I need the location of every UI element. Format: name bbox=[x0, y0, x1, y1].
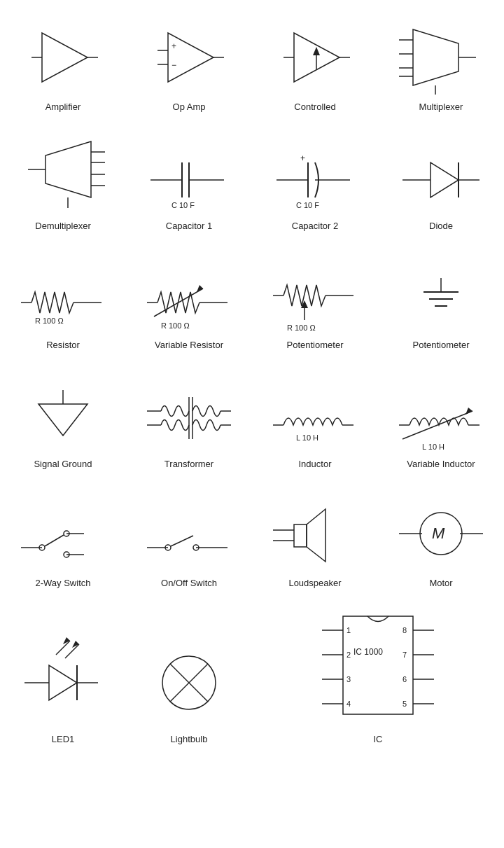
amplifier-label: Amplifier bbox=[46, 102, 81, 113]
svg-text:+: + bbox=[300, 153, 305, 163]
svg-text:L 10 H: L 10 H bbox=[296, 433, 318, 442]
svg-marker-90 bbox=[307, 509, 326, 562]
cell-signal-ground: Signal Ground bbox=[0, 357, 126, 476]
variable-resistor-label: Variable Resistor bbox=[155, 340, 223, 352]
ic-label: IC bbox=[374, 734, 383, 746]
svg-text:−: − bbox=[172, 60, 176, 70]
cell-controlled: Controlled bbox=[252, 0, 378, 119]
cell-resistor: R 100 Ω Resistor bbox=[0, 238, 126, 357]
cell-switch-onoff: On/Off Switch bbox=[126, 476, 252, 595]
switch-onoff-label: On/Off Switch bbox=[161, 578, 217, 590]
switch-2way-label: 2-Way Switch bbox=[36, 578, 91, 590]
resistor-label: Resistor bbox=[46, 340, 80, 352]
svg-marker-14 bbox=[413, 29, 458, 85]
svg-marker-102 bbox=[63, 637, 70, 644]
cell-amplifier: Amplifier bbox=[0, 0, 126, 119]
diode-label: Diode bbox=[429, 221, 453, 232]
cell-loudspeaker: Loudspeaker bbox=[252, 476, 378, 595]
svg-marker-5 bbox=[168, 33, 214, 82]
inductor-label: Inductor bbox=[299, 459, 332, 471]
cell-capacitor2: + C 10 F Capacitor 2 bbox=[252, 119, 378, 238]
cell-diode: Diode bbox=[378, 119, 504, 238]
cell-lightbulb: Lightbulb bbox=[126, 595, 252, 751]
svg-text:C 10 F: C 10 F bbox=[172, 201, 195, 209]
controlled-label: Controlled bbox=[294, 102, 335, 113]
svg-marker-13 bbox=[313, 47, 320, 55]
svg-marker-39 bbox=[430, 162, 458, 197]
svg-text:4: 4 bbox=[346, 700, 351, 708]
transformer-label: Transformer bbox=[164, 459, 214, 471]
cell-switch-2way: 2-Way Switch bbox=[0, 476, 126, 595]
lightbulb-label: Lightbulb bbox=[171, 734, 208, 746]
svg-line-99 bbox=[65, 644, 79, 658]
cell-transformer: Transformer bbox=[126, 357, 252, 476]
svg-text:R 100 Ω: R 100 Ω bbox=[161, 321, 190, 330]
svg-line-81 bbox=[45, 535, 64, 546]
potentiometer2-label: Potentiometer bbox=[413, 340, 470, 352]
signal-ground-label: Signal Ground bbox=[34, 459, 92, 471]
svg-text:5: 5 bbox=[402, 700, 407, 708]
demultiplexer-label: Demultiplexer bbox=[35, 221, 90, 232]
cell-inductor: L 10 H Inductor bbox=[252, 357, 378, 476]
cell-demultiplexer: Demultiplexer bbox=[0, 119, 126, 238]
capacitor1-label: Capacitor 1 bbox=[166, 221, 212, 232]
svg-text:C 10 F: C 10 F bbox=[296, 201, 319, 209]
svg-line-72 bbox=[402, 411, 472, 439]
variable-inductor-label: Variable Inductor bbox=[407, 459, 475, 471]
svg-text:L 10 H: L 10 H bbox=[422, 443, 444, 451]
svg-marker-48 bbox=[197, 285, 203, 292]
cell-potentiometer: R 100 Ω Potentiometer bbox=[252, 238, 378, 357]
svg-marker-21 bbox=[46, 141, 91, 197]
svg-text:7: 7 bbox=[402, 651, 407, 659]
cell-capacitor1: C 10 F Capacitor 1 bbox=[126, 119, 252, 238]
led1-label: LED1 bbox=[52, 734, 75, 746]
svg-text:+: + bbox=[172, 41, 176, 51]
cell-variable-inductor: L 10 H Variable Inductor bbox=[378, 357, 504, 476]
svg-marker-60 bbox=[38, 404, 88, 436]
svg-text:IC 1000: IC 1000 bbox=[354, 647, 383, 657]
motor-label: Motor bbox=[429, 578, 452, 590]
loudspeaker-label: Loudspeaker bbox=[288, 578, 341, 590]
svg-text:M: M bbox=[432, 524, 445, 542]
cell-potentiometer2: Potentiometer bbox=[378, 238, 504, 357]
svg-text:R 100 Ω: R 100 Ω bbox=[287, 324, 316, 332]
svg-text:8: 8 bbox=[402, 626, 407, 634]
svg-text:R 100 Ω: R 100 Ω bbox=[35, 317, 64, 325]
svg-marker-100 bbox=[72, 641, 79, 648]
svg-text:3: 3 bbox=[346, 675, 351, 683]
cell-ic: IC 1000 1 2 3 4 8 7 6 5 IC bbox=[252, 595, 504, 751]
capacitor2-label: Capacitor 2 bbox=[292, 221, 338, 232]
cell-motor: M Motor bbox=[378, 476, 504, 595]
svg-text:1: 1 bbox=[346, 626, 351, 634]
cell-variable-resistor: R 100 Ω Variable Resistor bbox=[126, 238, 252, 357]
cell-led1: LED1 bbox=[0, 595, 126, 751]
cell-multiplexer: Multiplexer bbox=[378, 0, 504, 119]
svg-rect-89 bbox=[294, 524, 307, 547]
svg-text:2: 2 bbox=[346, 651, 351, 659]
svg-marker-1 bbox=[42, 33, 88, 82]
svg-marker-73 bbox=[465, 408, 472, 415]
svg-marker-96 bbox=[49, 665, 77, 700]
potentiometer-label: Potentiometer bbox=[287, 340, 344, 352]
multiplexer-label: Multiplexer bbox=[419, 102, 463, 113]
svg-line-101 bbox=[56, 641, 70, 655]
cell-op-amp: + − Op Amp bbox=[126, 0, 252, 119]
svg-text:6: 6 bbox=[402, 675, 407, 683]
op-amp-label: Op Amp bbox=[173, 102, 206, 113]
svg-line-86 bbox=[171, 536, 193, 546]
